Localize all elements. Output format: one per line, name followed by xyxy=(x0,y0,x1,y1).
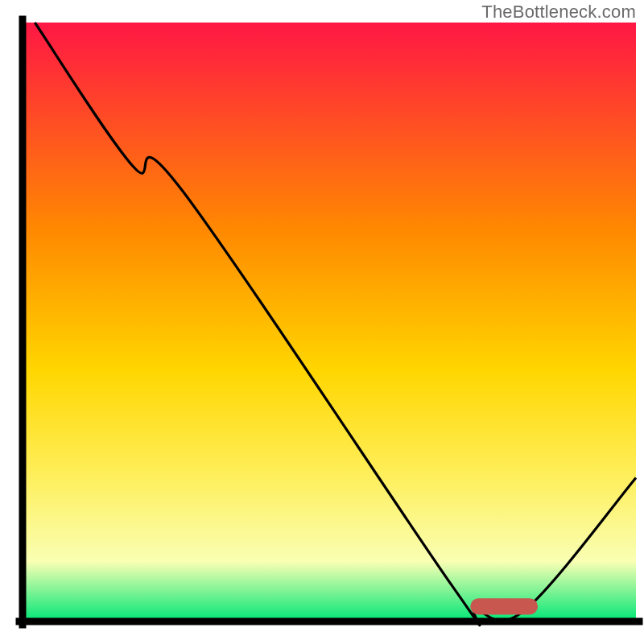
bottleneck-chart: TheBottleneck.com xyxy=(0,0,644,644)
plot-background xyxy=(23,23,636,621)
optimal-marker xyxy=(470,598,538,614)
attribution-text: TheBottleneck.com xyxy=(481,2,636,23)
chart-svg xyxy=(0,0,644,644)
